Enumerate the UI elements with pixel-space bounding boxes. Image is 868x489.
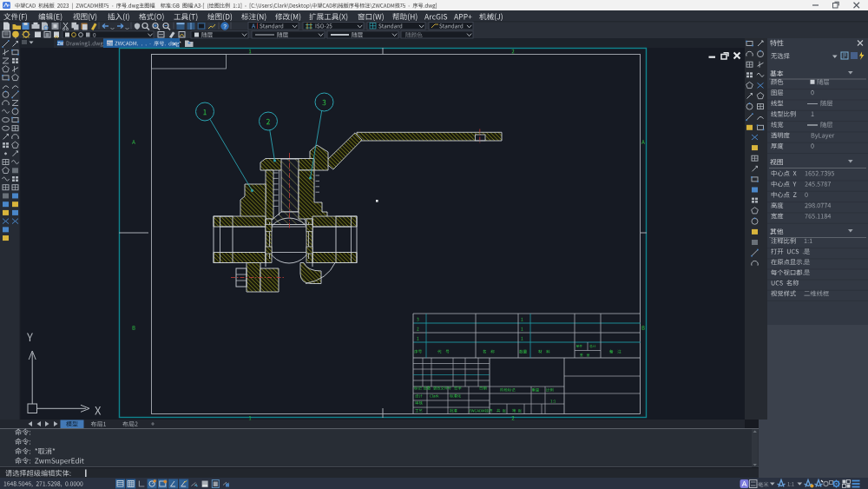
svg-text:ZW: ZW <box>107 42 114 46</box>
svg-text:ZW: ZW <box>57 42 64 46</box>
svg-text:?: ? <box>223 23 227 30</box>
